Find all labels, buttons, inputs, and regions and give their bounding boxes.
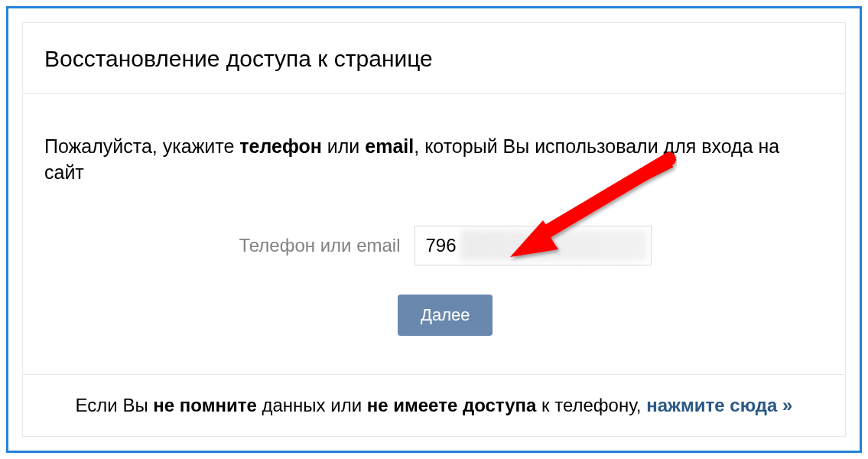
footer-bold-remember: не помните — [153, 395, 256, 415]
instruction-mid: или — [322, 135, 365, 157]
next-button[interactable]: Далее — [398, 295, 493, 336]
phone-email-label: Телефон или email — [217, 235, 401, 256]
button-row: Далее — [44, 295, 824, 336]
header-section: Восстановление доступа к странице — [23, 23, 845, 94]
footer-section: Если Вы не помните данных или не имеете … — [23, 374, 845, 436]
click-here-link[interactable]: нажмите сюда » — [646, 395, 792, 415]
instruction-bold-email: email — [365, 135, 414, 157]
instruction-bold-phone: телефон — [239, 135, 322, 157]
input-wrapper — [414, 226, 652, 265]
footer-bold-access: не имеете доступа — [367, 395, 537, 415]
outer-frame: Восстановление доступа к странице Пожалу… — [6, 6, 862, 453]
recovery-panel: Восстановление доступа к странице Пожалу… — [22, 22, 846, 437]
footer-mid1: данных или — [257, 395, 367, 415]
page-title: Восстановление доступа к странице — [44, 46, 824, 72]
footer-mid2: к телефону, — [536, 395, 646, 415]
footer-text: Если Вы не помните данных или не имеете … — [44, 395, 824, 416]
instruction-prefix: Пожалуйста, укажите — [44, 135, 239, 157]
form-row: Телефон или email — [44, 226, 824, 265]
phone-email-input[interactable] — [414, 226, 652, 265]
content-section: Пожалуйста, укажите телефон или email, к… — [23, 94, 845, 374]
footer-prefix: Если Вы — [76, 395, 154, 415]
instruction-text: Пожалуйста, укажите телефон или email, к… — [44, 134, 824, 186]
